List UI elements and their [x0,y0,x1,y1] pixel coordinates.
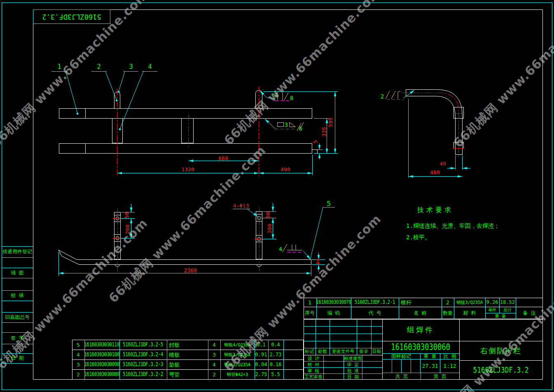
front-view-centerlines [117,86,259,176]
bom-cell-seq: 5 [77,342,80,348]
weld-size-3a: 3 [274,92,277,98]
sign-standard-review: 标准审查 [344,356,362,361]
bom-cell-name: 封板 [169,342,180,348]
margin-cells [2,247,33,364]
sheet-pages: 共 页 [395,374,408,379]
bom-cell-name: 垫板 [169,362,180,367]
bom-header-total: 总计 [503,308,512,312]
margin-label-tracing: 描 图 [11,270,23,275]
bottom-view-centerlines [113,207,264,272]
weight-value: 27.31 [422,363,438,369]
margin-label-trace-check: 校 描 [11,293,23,298]
rev-header-sign: 签字 [359,349,368,354]
sign-check: 校 对 [308,362,320,367]
bom-cell-dwg: 5160ZLJ3DF.3.2-5 [123,342,163,348]
drawing-canvas [0,0,554,392]
bom-cell-material: 钢板3/Q235A [224,352,250,357]
dim-335: 335 [321,127,327,136]
dim-40: 40 [439,161,446,166]
bom-header-seq: 序号 [305,310,315,315]
bom-cell-qty: 3 [213,352,216,357]
leader-balloon-3: 3 [129,63,133,70]
bom-cell-name: 弯管 [169,372,180,377]
bom-header-qty: 数量 [443,310,453,315]
leader-balloon-4: 4 [148,63,152,70]
bom-cell-unit-weight: 9.26 [486,300,498,305]
rev-header-date: 日期 [372,349,381,354]
front-view-dim-lines [117,92,338,175]
bottom-view-dim-lines [59,203,335,276]
leader-balloon-2: 2 [97,63,101,70]
bom-cell-material: 钢板4/Q235A [224,343,250,347]
bom-cell-unit-weight: 2.75 [255,372,267,377]
bom-cell-seq: 1 [308,300,311,305]
bom-cell-qty: 2 [213,372,216,377]
bom-header-dwg: 代 号 [368,310,381,315]
bottom-view-weld-dash [287,251,311,259]
cad-drawing-sheet: 5160ZLJ3DF.3.2 1 2 3 4 5 3 8 3 6 2 4 660… [0,0,554,392]
product-name: 右侧防护栏 [480,347,521,355]
bom-header-remark: 备 注 [523,310,535,315]
mark-header: 图样标记 [391,354,411,359]
weld-size-4: 4 [279,246,282,252]
margin-label-borrowed-parts: 借通用件登记 [2,249,32,254]
rev-header-doc-no: 更改文件号 [332,349,355,354]
bom-cell-dwg: 5160ZLJ3DF.3.2-4 [123,352,163,357]
margin-label-date: 日 期 [11,355,23,360]
bom-cell-total-weight: 0.4 [271,342,280,347]
leader-balloon-1: 1 [57,63,61,70]
bom-cell-code: 16160303030070 [316,299,351,305]
bom-cell-unit-weight: 0.04 [255,362,267,367]
bom-cell-qty: 2 [446,300,449,305]
bom-cell-code: 16160303030110 [84,342,119,348]
sign-date: 日 期 [347,375,359,379]
sheet-frame [2,3,552,390]
sign-review: 审 核 [308,369,320,373]
margin-label-signature: 签 字 [11,336,23,341]
tech-requirements-title: 技术要求 [417,207,453,213]
bom-cell-qty: 4 [213,362,216,367]
scale-header: 比 例 [443,354,456,359]
rev-header-count: 处数 [318,349,327,354]
sign-approve: 审 定 [347,362,359,367]
scale-value: 1:12 [443,363,456,369]
sign-design: 设 计 [308,356,320,361]
bom-cell-seq: 3 [77,362,80,367]
dim-200-post1: 200 [125,224,130,234]
dim-480: 480 [430,170,439,175]
dim-2360: 2360 [184,268,196,273]
sign-ratify: 批 准 [347,369,359,373]
dim-660: 660 [218,156,228,161]
bom-cell-dwg: 5160ZLJ3DF.3.2-2 [123,371,163,377]
dim-50-post2: 50 [265,212,271,218]
weight-header: 重 量 [423,354,436,359]
sheet-number: 第 页 [433,374,446,379]
bom-header-unit: 单件 [488,308,496,312]
bom-cell-unit-weight: 0.1 [257,342,266,347]
bom-cell-dwg: 5160ZLJ3DF.3.2-1 [355,299,395,305]
bom-cell-material: 钢板3/Q235A [456,300,483,305]
bom-cell-code: 16160303030100 [84,352,119,357]
side-view-weld-dash [386,90,414,100]
part-code: 16160303030060 [391,343,450,351]
bom-cell-seq: 4 [77,352,80,357]
front-view-leader-lines [51,72,275,131]
bom-cell-dwg: 5160ZLJ3DF.3.2-3 [123,362,163,367]
margin-label-old-drawing-no: 旧底图总号 [5,315,30,320]
dim-490: 490 [281,167,290,172]
bom-cell-seq: 2 [77,372,80,377]
bom-cell-name: 横杆 [401,300,411,305]
bom-cell-qty: 4 [213,342,216,348]
tech-requirement-1: 1.焊缝连续、光滑、牢固，去焊渣； [406,223,500,229]
corner-drawing-number: 5160ZLJ3DF.3.2 [42,13,101,20]
sign-process-review: 工艺审查 [304,375,323,379]
bom-header-weight: 重 量 [495,314,506,318]
bom-cell-total-weight: 5.5 [271,372,280,377]
weld-size-3b: 3 [285,122,288,128]
tech-requirement-2: 2.校平。 [406,234,430,240]
leader-balloon-5: 5 [327,201,331,207]
bom-cell-name: 槽板 [169,352,180,357]
bom-header-material: 材 料 [463,310,476,315]
assembly-type: 组焊件 [407,326,434,334]
bom-cell-code: 16160303030080 [84,371,119,377]
